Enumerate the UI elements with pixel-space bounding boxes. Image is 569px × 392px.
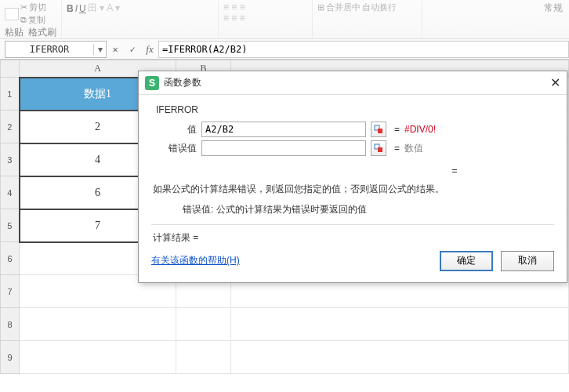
merge-label: 合并居中: [326, 2, 361, 13]
row-header[interactable]: 5: [1, 209, 20, 242]
param-desc-label: 错误值:: [183, 204, 213, 215]
svg-rect-3: [378, 147, 382, 152]
formula-input[interactable]: [158, 41, 569, 58]
align-icons-2[interactable]: ≡ ≡ ≡: [223, 13, 245, 24]
row-header[interactable]: 9: [1, 341, 20, 374]
dialog-titlebar[interactable]: S 函数参数 ✕: [139, 71, 567, 95]
param-result: #DIV/0!: [404, 124, 436, 135]
underline-button[interactable]: U: [79, 3, 86, 14]
formula-cancel-icon[interactable]: ✕: [107, 44, 124, 55]
function-arguments-dialog: S 函数参数 ✕ IFERROR 值 = #DIV/0! 错误值 = 数值 = …: [138, 71, 567, 283]
name-box[interactable]: IFERROR ▾: [5, 41, 107, 58]
cut-label: 剪切: [29, 2, 46, 13]
paste-icon[interactable]: [5, 8, 19, 20]
select-all-corner[interactable]: [1, 60, 20, 78]
function-description: 如果公式的计算结果错误，则返回您指定的值；否则返回公式的结果。: [153, 181, 553, 197]
align-icons[interactable]: ≡ ≡ ≡: [223, 2, 245, 13]
format-painter-label[interactable]: 格式刷: [28, 26, 56, 39]
param-row-value: 值 = #DIV/0!: [151, 122, 554, 137]
param-desc-text: 公式的计算结果为错误时要返回的值: [216, 204, 367, 215]
ok-button[interactable]: 确定: [440, 251, 493, 271]
copy-icon[interactable]: ⧉: [20, 15, 27, 25]
equals-sign: =: [394, 143, 400, 154]
param-error-value-input[interactable]: [201, 140, 366, 156]
param-description: 错误值: 公式的计算结果为错误时要返回的值: [183, 201, 553, 217]
param-label: 错误值: [151, 142, 197, 155]
fx-icon[interactable]: fx: [141, 43, 158, 56]
close-icon[interactable]: ✕: [550, 75, 560, 90]
param-row-error-value: 错误值 = 数值: [151, 140, 554, 156]
cell[interactable]: [20, 341, 176, 374]
function-name: IFERROR: [156, 104, 554, 115]
cell[interactable]: [176, 341, 231, 374]
app-logo-icon: S: [145, 76, 159, 90]
divider: [151, 224, 554, 225]
row-header[interactable]: 7: [1, 275, 20, 308]
param-label: 值: [151, 123, 197, 136]
svg-rect-1: [378, 129, 382, 133]
row-header[interactable]: 1: [1, 78, 20, 111]
row-header[interactable]: 6: [1, 242, 20, 275]
calc-result: 计算结果 =: [153, 231, 553, 245]
param-value-input[interactable]: [201, 122, 366, 137]
param-result: 数值: [404, 142, 423, 155]
cancel-button[interactable]: 取消: [501, 251, 554, 271]
equals-sign: =: [394, 124, 400, 135]
cut-icon[interactable]: ✂: [20, 2, 27, 13]
row-header[interactable]: 4: [1, 176, 20, 209]
merge-icon[interactable]: ⊞: [317, 2, 324, 13]
wrap-label[interactable]: 自动换行: [362, 2, 397, 13]
italic-button[interactable]: I: [75, 3, 78, 14]
dialog-title: 函数参数: [164, 76, 201, 89]
cell[interactable]: [176, 308, 231, 341]
name-box-dropdown-icon[interactable]: ▾: [93, 44, 106, 55]
cell[interactable]: [20, 308, 176, 341]
row-header[interactable]: 2: [1, 111, 20, 143]
help-link[interactable]: 有关该函数的帮助(H): [151, 254, 240, 267]
ribbon-toolbar: ✂剪切 ⧉复制 粘贴 格式刷 B I U 田 ▾ A ▾ ≡ ≡ ≡ ≡ ≡ ≡…: [0, 0, 569, 39]
result-equals: =: [151, 165, 554, 176]
copy-label: 复制: [28, 14, 45, 26]
range-selector-icon[interactable]: [371, 122, 386, 137]
number-format-label[interactable]: 常规: [544, 2, 563, 15]
paste-label[interactable]: 粘贴: [5, 26, 24, 39]
bold-button[interactable]: B: [67, 3, 74, 14]
formula-bar: IFERROR ▾ ✕ ✓ fx: [0, 39, 569, 60]
font-group-icons[interactable]: 田 ▾ A ▾: [88, 2, 120, 15]
row-header[interactable]: 8: [1, 308, 20, 341]
range-selector-icon[interactable]: [371, 140, 386, 156]
formula-confirm-icon[interactable]: ✓: [124, 44, 141, 55]
row-header[interactable]: 3: [1, 143, 20, 176]
name-box-text: IFERROR: [5, 44, 93, 55]
